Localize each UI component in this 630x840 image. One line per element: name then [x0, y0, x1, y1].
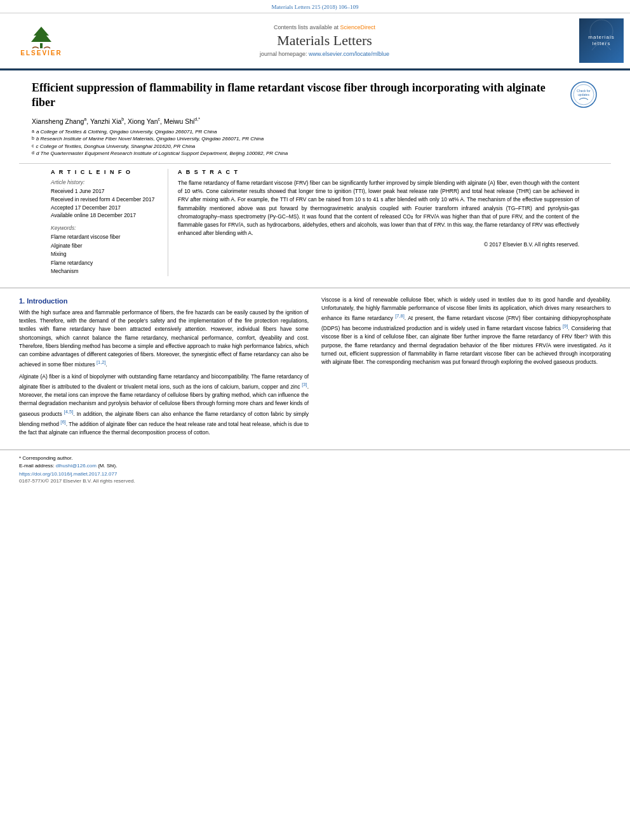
keyword-2: Alginate fiber — [51, 242, 160, 251]
ref-1-2: [1,2] — [97, 359, 106, 365]
elsevier-tree-svg — [22, 25, 60, 50]
abstract-col: A B S T R A C T The flame retardancy of … — [178, 169, 579, 276]
homepage-url[interactable]: www.elsevier.com/locate/mlblue — [309, 51, 389, 57]
email-label: E-mail address: — [19, 463, 55, 469]
abstract-label: A B S T R A C T — [178, 169, 579, 175]
elsevier-logo: ELSEVIER — [13, 25, 70, 57]
journal-title: Materials Letters — [277, 32, 372, 49]
homepage-prefix: journal homepage: — [260, 51, 307, 57]
article-history: Article history: Received 1 June 2017 Re… — [51, 179, 160, 220]
abstract-text: The flame retardancy of flame retardant … — [178, 179, 579, 237]
article-title: Efficient suppression of flammability in… — [32, 81, 563, 110]
author-sup-c: c — [158, 117, 161, 121]
available-date: Available online 18 December 2017 — [51, 211, 160, 220]
author-sup-b: b — [121, 117, 124, 121]
ml-badge-text: materials letters — [582, 34, 620, 48]
copyright-line: © 2017 Elsevier B.V. All rights reserved… — [178, 241, 579, 248]
journal-ref-text: Materials Letters 215 (2018) 106–109 — [272, 4, 359, 10]
article-info-label: A R T I C L E I N F O — [51, 169, 160, 175]
corresponding-label: * Corresponding author. — [19, 455, 73, 461]
issn-line: 0167-577X/© 2017 Elsevier B.V. All right… — [19, 478, 611, 484]
history-label: Article history: — [51, 179, 160, 185]
revised-date: Received in revised form 4 December 2017 — [51, 196, 160, 204]
keywords-label: Keywords: — [51, 225, 160, 231]
svg-rect-0 — [40, 43, 43, 48]
journal-reference-bar: Materials Letters 215 (2018) 106–109 — [0, 0, 630, 13]
ref-3: [3] — [302, 382, 307, 387]
ml-journal-badge: materials letters — [579, 18, 624, 63]
received-date: Received 1 June 2017 — [51, 187, 160, 196]
ref-4-5: [4,5] — [64, 409, 74, 415]
intro-para3: Viscose is a kind of renewable cellulose… — [321, 296, 611, 366]
email-name: (M. Shi). — [98, 463, 117, 469]
intro-para1: With the high surface area and flammable… — [19, 309, 309, 369]
intro-para2: Alginate (A) fiber is a kind of biopolym… — [19, 373, 309, 437]
elsevier-wordmark: ELSEVIER — [20, 50, 62, 57]
article-title-text: Efficient suppression of flammability in… — [32, 81, 563, 157]
doi-line[interactable]: https://doi.org/10.1016/j.matlet.2017.12… — [19, 471, 611, 477]
accepted-date: Accepted 17 December 2017 — [51, 204, 160, 212]
journal-header-center: Contents lists available at ScienceDirec… — [83, 18, 566, 63]
content-left: 1. Introduction With the high surface ar… — [19, 296, 309, 441]
journal-header: ELSEVIER Contents lists available at Sci… — [0, 13, 630, 69]
email-note: E-mail address: dlhushi@126.com (M. Shi)… — [19, 463, 611, 469]
doi-link[interactable]: https://doi.org/10.1016/j.matlet.2017.12… — [19, 471, 117, 477]
email-link[interactable]: dlhushi@126.com — [56, 463, 97, 469]
svg-marker-1 — [31, 27, 51, 42]
ref-7-8: [7,8] — [395, 313, 405, 319]
keyword-4: Flame retardancy — [51, 259, 160, 268]
keyword-1: Flame retardant viscose fiber — [51, 233, 160, 242]
corresponding-author-note: * Corresponding author. — [19, 455, 611, 461]
sciencedirect-line: Contents lists available at ScienceDirec… — [274, 24, 375, 30]
article-title-section: Efficient suppression of flammability in… — [0, 70, 630, 163]
affil-d: d d The Quartermaster Equipment Research… — [32, 150, 563, 157]
contents-text: Contents lists available at — [274, 24, 338, 30]
info-abstract-section: A R T I C L E I N F O Article history: R… — [19, 163, 611, 283]
keyword-3: Mixing — [51, 250, 160, 259]
ref-6: [6] — [60, 419, 65, 425]
article-authors: Xiansheng Zhanga, Yanzhi Xiab, Xiong Yan… — [32, 117, 563, 125]
sciencedirect-link[interactable]: ScienceDirect — [340, 24, 376, 30]
check-updates-badge: Check for updates — [570, 81, 598, 110]
article-info-col: A R T I C L E I N F O Article history: R… — [51, 169, 168, 276]
author-sup-d: d,* — [194, 117, 200, 121]
affil-c: c c College of Textiles, Donghua Univers… — [32, 143, 563, 150]
footer-section: * Corresponding author. E-mail address: … — [0, 450, 630, 488]
keywords-section: Keywords: Flame retardant viscose fiber … — [51, 225, 160, 276]
ref-9: [9] — [563, 323, 568, 329]
elsevier-logo-area: ELSEVIER — [6, 18, 76, 63]
affil-a: a a College of Textiles & Clothing, Qing… — [32, 128, 563, 135]
homepage-line: journal homepage: www.elsevier.com/locat… — [260, 51, 389, 57]
content-right: Viscose is a kind of renewable cellulose… — [321, 296, 611, 441]
affil-b: b b Research Institute of Marine Fiber N… — [32, 135, 563, 142]
main-content: 1. Introduction With the high surface ar… — [0, 288, 630, 447]
svg-text:updates: updates — [578, 93, 589, 97]
keyword-5: Mechanism — [51, 267, 160, 276]
intro-heading: 1. Introduction — [19, 297, 309, 305]
author-sup-a: a — [84, 117, 86, 121]
affiliations: a a College of Textiles & Clothing, Qing… — [32, 128, 563, 157]
ml-badge-area: materials letters — [573, 18, 624, 63]
